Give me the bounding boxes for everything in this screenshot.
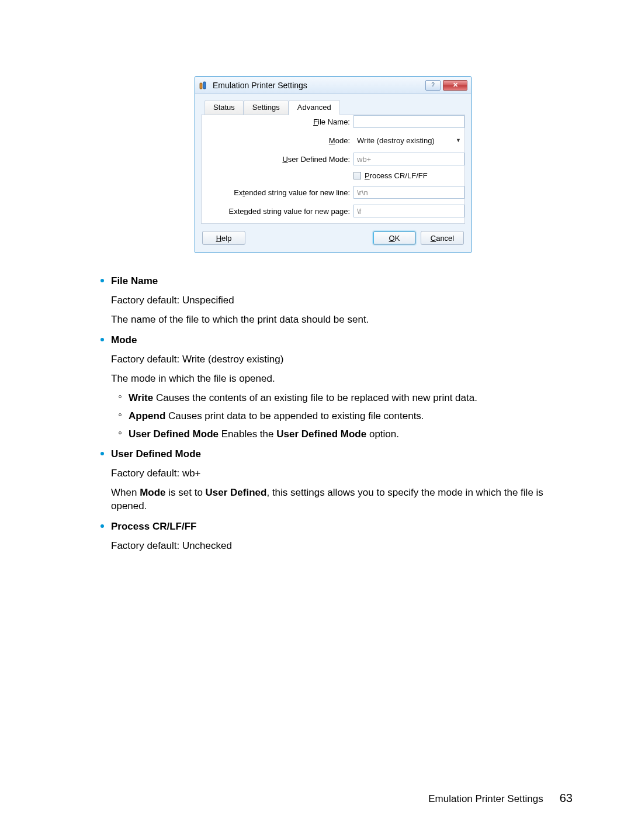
text-line: Factory default: wb+ <box>111 467 573 481</box>
bullet-icon <box>100 524 104 528</box>
text-line: The mode in which the file is opened. <box>111 372 573 386</box>
page-footer: Emulation Printer Settings 63 <box>0 791 631 805</box>
svg-rect-0 <box>200 83 202 89</box>
label-ext-newline: Extended string value for new line: <box>202 188 353 197</box>
title-text: Emulation Printer Settings <box>213 81 424 90</box>
page-number: 63 <box>560 791 573 805</box>
process-cr-label: Process CR/LF/FF <box>365 171 428 180</box>
doc-body: File Name Factory default: Unspecified T… <box>93 275 573 553</box>
subbullet-icon <box>119 413 122 416</box>
text-line: Factory default: Unspecified <box>111 294 573 307</box>
help-button[interactable]: Help <box>202 231 245 245</box>
text-line: When Mode is set to User Defined, this s… <box>111 486 573 513</box>
process-cr-checkbox[interactable]: Process CR/LF/FF <box>353 171 428 180</box>
subbullet-icon <box>119 395 122 398</box>
heading-process-cr: Process CR/LF/FF <box>111 520 573 534</box>
help-titlebar-button[interactable]: ? <box>425 80 441 91</box>
text-line: The name of the file to which the print … <box>111 313 573 327</box>
text-line: Write Causes the contents of an existing… <box>129 392 573 405</box>
ext-newpage-input[interactable] <box>353 205 464 217</box>
user-defined-mode-input[interactable] <box>353 153 464 165</box>
cancel-button[interactable]: Cancel <box>421 231 464 245</box>
app-icon <box>199 80 209 91</box>
titlebar[interactable]: Emulation Printer Settings ? ✕ <box>195 77 471 94</box>
svg-rect-1 <box>203 82 206 89</box>
ext-newline-input[interactable] <box>353 186 464 199</box>
bullet-icon <box>100 279 104 282</box>
label-ext-newpage: Extended string value for new page: <box>202 207 353 216</box>
mode-select[interactable]: Write (destroy existing) ▼ <box>353 134 464 147</box>
heading-user-defined-mode: User Defined Mode <box>111 448 573 461</box>
ok-button[interactable]: OK <box>373 231 416 245</box>
text-line: Factory default: Unchecked <box>111 540 573 553</box>
settings-dialog: Emulation Printer Settings ? ✕ Status Se… <box>195 76 471 253</box>
text-line: User Defined Mode Enables the User Defin… <box>129 428 573 441</box>
tab-status[interactable]: Status <box>204 100 244 115</box>
tab-strip: Status Settings Advanced <box>204 100 465 115</box>
heading-mode: Mode <box>111 334 573 347</box>
tab-settings[interactable]: Settings <box>244 100 289 115</box>
footer-title: Emulation Printer Settings <box>428 793 543 805</box>
close-icon[interactable]: ✕ <box>443 80 467 91</box>
bullet-icon <box>100 338 104 341</box>
checkbox-box-icon <box>353 172 361 179</box>
label-file-name: File Name: <box>202 117 353 126</box>
tab-panel: File Name: Mode: Write (destroy existing… <box>201 115 465 224</box>
label-user-defined-mode: User Defined Mode: <box>202 155 353 164</box>
mode-select-value: Write (destroy existing) <box>357 136 435 145</box>
subbullet-icon <box>119 431 122 434</box>
bullet-icon <box>100 452 104 455</box>
text-line: Factory default: Write (destroy existing… <box>111 353 573 367</box>
file-name-input[interactable] <box>353 115 464 128</box>
chevron-down-icon: ▼ <box>456 137 461 143</box>
heading-file-name: File Name <box>111 275 573 288</box>
text-line: Append Causes print data to be appended … <box>129 410 573 423</box>
label-mode: Mode: <box>202 136 353 145</box>
tab-advanced[interactable]: Advanced <box>289 100 340 115</box>
